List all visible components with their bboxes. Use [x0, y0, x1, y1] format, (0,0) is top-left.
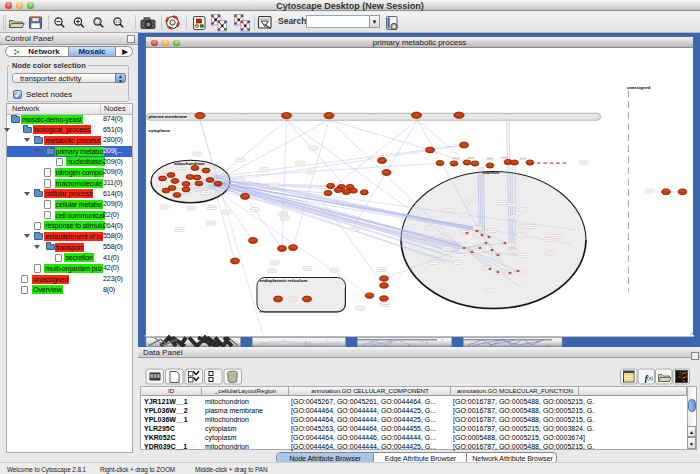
- svg-text:(x): (x): [647, 375, 653, 381]
- svg-text:nucleus: nucleus: [483, 170, 500, 175]
- svg-text:endoplasmic reticulum: endoplasmic reticulum: [260, 278, 308, 283]
- svg-text:1:1: 1:1: [115, 20, 120, 24]
- svg-text:plasma membrane: plasma membrane: [149, 114, 188, 119]
- svg-text:mitochondrion: mitochondrion: [174, 161, 205, 166]
- svg-text:cytoplasm: cytoplasm: [149, 128, 171, 133]
- svg-text:unassigned: unassigned: [627, 85, 651, 90]
